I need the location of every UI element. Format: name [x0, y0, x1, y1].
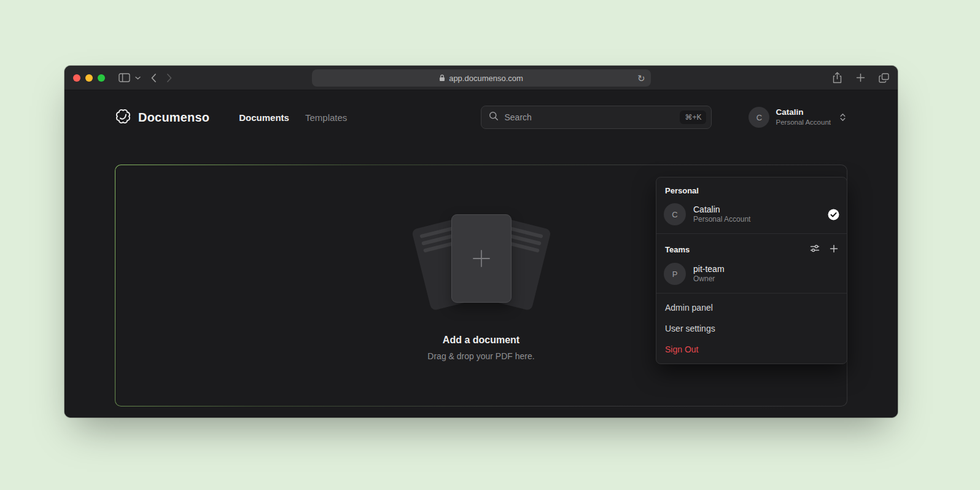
close-button[interactable]	[73, 74, 80, 82]
personal-item-text: Catalin Personal Account	[693, 204, 750, 225]
account-subtitle: Personal Account	[776, 118, 831, 126]
team-item-text: pit-team Owner	[693, 263, 725, 284]
tabs-overview-icon[interactable]	[879, 73, 889, 83]
url-text: app.documenso.com	[449, 74, 523, 83]
toolbar-left-icons	[119, 73, 173, 83]
divider	[656, 293, 847, 294]
account-dropdown-menu: Personal C Catalin Personal Account Team…	[656, 177, 847, 364]
search-shortcut-badge: ⌘+K	[680, 111, 706, 124]
back-icon[interactable]	[150, 73, 157, 83]
avatar: P	[664, 263, 686, 285]
documenso-logo-icon	[115, 108, 131, 127]
avatar: C	[749, 107, 769, 128]
share-icon[interactable]	[832, 72, 842, 84]
chevron-down-icon[interactable]	[135, 76, 141, 80]
teams-section-text: Teams	[665, 245, 690, 254]
team-item-subtitle: Owner	[693, 274, 725, 284]
personal-account-item[interactable]: C Catalin Personal Account	[656, 199, 847, 231]
account-menu-trigger[interactable]: C Catalin Personal Account	[749, 107, 847, 128]
zoom-button[interactable]	[98, 74, 105, 82]
teams-section-icons	[810, 244, 838, 255]
main-nav: Documents Templates	[239, 112, 347, 123]
search-input[interactable]	[504, 112, 680, 122]
search-icon	[489, 111, 499, 123]
nav-documents[interactable]: Documents	[239, 112, 289, 123]
search-box[interactable]: ⌘+K	[481, 106, 712, 129]
browser-window: app.documenso.com ↻	[64, 66, 898, 418]
menu-item-admin-panel[interactable]: Admin panel	[656, 297, 847, 318]
forward-icon[interactable]	[166, 73, 173, 83]
refresh-icon[interactable]: ↻	[637, 74, 645, 83]
document-card-center	[451, 214, 511, 303]
browser-toolbar: app.documenso.com ↻	[64, 66, 898, 90]
team-settings-icon[interactable]	[810, 244, 820, 255]
page-content: Documenso Documents Templates ⌘+K C	[64, 105, 898, 418]
brand[interactable]: Documenso	[115, 108, 209, 127]
team-item[interactable]: P pit-team Owner	[656, 259, 847, 291]
brand-name: Documenso	[138, 111, 209, 125]
document-stack-illustration	[405, 211, 558, 319]
avatar: C	[664, 203, 686, 225]
teams-section-label: Teams	[656, 238, 847, 259]
minimize-button[interactable]	[85, 74, 93, 82]
window-controls	[73, 74, 105, 82]
check-icon	[828, 209, 839, 220]
add-team-icon[interactable]	[830, 244, 838, 255]
account-text: Catalin Personal Account	[776, 107, 831, 126]
nav-templates[interactable]: Templates	[305, 112, 347, 123]
team-item-name: pit-team	[693, 263, 725, 274]
new-tab-icon[interactable]	[856, 73, 865, 82]
sidebar-icon[interactable]	[119, 73, 130, 82]
toolbar-right-icons	[832, 72, 889, 84]
personal-section-text: Personal	[665, 186, 699, 195]
menu-item-sign-out[interactable]: Sign Out	[656, 339, 847, 360]
personal-section-label: Personal	[656, 180, 847, 199]
dropzone-title: Add a document	[443, 335, 519, 346]
personal-item-subtitle: Personal Account	[693, 215, 750, 225]
chevron-up-down-icon	[838, 112, 847, 122]
account-name: Catalin	[776, 107, 831, 118]
lock-icon	[439, 74, 445, 82]
address-bar[interactable]: app.documenso.com ↻	[312, 69, 651, 87]
personal-item-name: Catalin	[693, 204, 750, 215]
dropzone-subtitle: Drag & drop your PDF here.	[427, 351, 534, 361]
menu-item-user-settings[interactable]: User settings	[656, 318, 847, 339]
plus-icon	[469, 246, 494, 271]
divider	[656, 233, 847, 234]
app-header: Documenso Documents Templates ⌘+K C	[115, 105, 847, 130]
